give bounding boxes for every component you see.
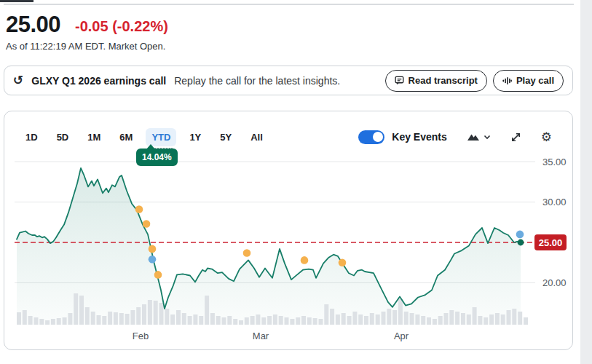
- gear-icon: ⚙: [541, 131, 552, 143]
- event-dot-orange[interactable]: [301, 256, 309, 264]
- tab-all[interactable]: All: [245, 128, 269, 146]
- key-events-label: Key Events: [392, 131, 446, 143]
- read-transcript-button[interactable]: Read transcript: [385, 70, 487, 92]
- top-divider: [4, 4, 574, 5]
- x-axis-label: Feb: [133, 331, 149, 341]
- event-dot-orange[interactable]: [149, 245, 157, 253]
- key-events-toggle[interactable]: [358, 130, 384, 144]
- fullscreen-button[interactable]: [510, 132, 521, 143]
- event-dot-orange[interactable]: [243, 249, 251, 257]
- chart-settings-button[interactable]: ⚙: [541, 131, 552, 143]
- chart-controls: Key Events ⚙: [358, 130, 552, 144]
- price-change: -0.05 (-0.22%): [75, 18, 168, 35]
- event-dot-orange[interactable]: [339, 258, 347, 266]
- tab-5y[interactable]: 5Y: [214, 128, 237, 146]
- y-axis-label: 35.00: [542, 157, 567, 167]
- transcript-icon: [395, 76, 404, 85]
- read-transcript-label: Read transcript: [409, 75, 478, 86]
- audio-waveform-icon: [502, 76, 512, 85]
- tab-6m[interactable]: 6M: [114, 128, 138, 146]
- event-dot-orange[interactable]: [143, 220, 151, 228]
- event-dot-blue[interactable]: [516, 231, 524, 239]
- tab-1y[interactable]: 1Y: [183, 128, 207, 146]
- ytd-change-badge: 14.04%: [136, 149, 178, 166]
- chart-type-selector[interactable]: [467, 132, 491, 141]
- range-tabs: 1D5D1M6MYTD1Y5YAll: [20, 128, 269, 146]
- event-dot-orange[interactable]: [135, 205, 143, 213]
- event-dot-blue[interactable]: [149, 256, 157, 264]
- play-call-label: Play call: [516, 75, 554, 86]
- as-of-status: As of 11:22:19 AM EDT. Market Open.: [6, 41, 165, 52]
- current-price: 25.00: [6, 12, 60, 38]
- tab-1m[interactable]: 1M: [82, 128, 106, 146]
- chart-toolbar: 1D5D1M6MYTD1Y5YAll Key Events ⚙: [20, 127, 552, 147]
- tab-ytd[interactable]: YTD: [146, 128, 176, 146]
- earnings-call-subtitle: Replay the call for the latest insights.: [174, 75, 340, 87]
- tab-5d[interactable]: 5D: [51, 128, 75, 146]
- event-dot-orange[interactable]: [154, 271, 162, 279]
- chevron-down-icon: [484, 135, 491, 140]
- tab-1d[interactable]: 1D: [20, 128, 44, 146]
- last-price-dot: [518, 240, 524, 246]
- current-price-axis-badge: 25.00: [539, 237, 563, 248]
- x-axis-label: Mar: [253, 331, 269, 341]
- replay-icon: ↺: [13, 74, 23, 87]
- play-call-button[interactable]: Play call: [493, 70, 564, 92]
- price-chart-card: FebMarApr 35.0030.0020.00 25.00 1D5D1M6M…: [4, 111, 573, 350]
- right-scroll-gutter: [580, 0, 592, 364]
- area-chart-icon: [467, 132, 480, 141]
- expand-icon: [510, 132, 521, 143]
- earnings-call-banner: ↺ GLXY Q1 2026 earnings call Replay the …: [4, 66, 573, 95]
- x-axis-label: Apr: [394, 331, 409, 341]
- y-axis-label: 20.00: [542, 277, 567, 288]
- top-edge-dark-segment: [0, 0, 33, 2]
- y-axis-label: 30.00: [542, 197, 567, 207]
- earnings-call-title: GLXY Q1 2026 earnings call: [31, 75, 166, 87]
